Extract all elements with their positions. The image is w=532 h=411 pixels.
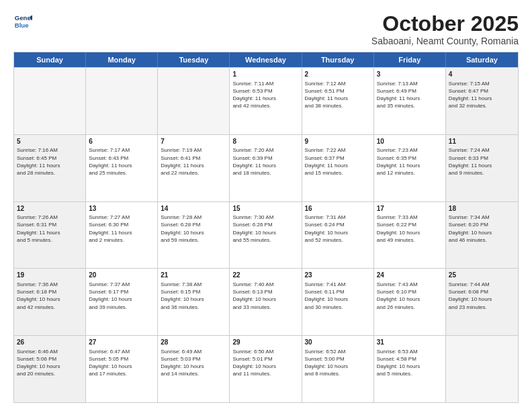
day-number: 7 bbox=[161, 137, 226, 146]
day-info: Sunrise: 7:28 AM Sunset: 6:28 PM Dayligh… bbox=[161, 214, 226, 244]
calendar-header-row: SundayMondayTuesdayWednesdayThursdayFrid… bbox=[14, 52, 518, 67]
day-number: 2 bbox=[305, 70, 371, 79]
day-info: Sunrise: 7:34 AM Sunset: 6:20 PM Dayligh… bbox=[449, 214, 515, 244]
calendar-day-31: 31Sunrise: 6:53 AM Sunset: 4:58 PM Dayli… bbox=[374, 336, 446, 402]
day-header-thursday: Thursday bbox=[302, 52, 374, 67]
svg-text:Blue: Blue bbox=[15, 21, 29, 29]
calendar-day-30: 30Sunrise: 6:52 AM Sunset: 5:00 PM Dayli… bbox=[302, 336, 374, 402]
day-header-wednesday: Wednesday bbox=[230, 52, 302, 67]
day-info: Sunrise: 7:15 AM Sunset: 6:47 PM Dayligh… bbox=[449, 80, 515, 110]
calendar-day-2: 2Sunrise: 7:12 AM Sunset: 6:51 PM Daylig… bbox=[302, 68, 374, 134]
day-info: Sunrise: 7:30 AM Sunset: 6:26 PM Dayligh… bbox=[232, 214, 298, 244]
day-info: Sunrise: 7:44 AM Sunset: 6:08 PM Dayligh… bbox=[449, 281, 515, 311]
day-info: Sunrise: 7:33 AM Sunset: 6:22 PM Dayligh… bbox=[377, 214, 443, 244]
day-info: Sunrise: 7:24 AM Sunset: 6:33 PM Dayligh… bbox=[449, 146, 515, 177]
day-info: Sunrise: 7:11 AM Sunset: 6:53 PM Dayligh… bbox=[232, 80, 298, 110]
calendar-week-1: 1Sunrise: 7:11 AM Sunset: 6:53 PM Daylig… bbox=[14, 67, 518, 134]
calendar-day-20: 20Sunrise: 7:37 AM Sunset: 6:17 PM Dayli… bbox=[86, 269, 158, 335]
day-info: Sunrise: 7:20 AM Sunset: 6:39 PM Dayligh… bbox=[232, 146, 298, 177]
calendar-day-19: 19Sunrise: 7:36 AM Sunset: 6:18 PM Dayli… bbox=[14, 269, 86, 335]
calendar-title: October 2025 bbox=[371, 12, 519, 36]
calendar-day-27: 27Sunrise: 6:47 AM Sunset: 5:05 PM Dayli… bbox=[86, 336, 158, 402]
day-number: 23 bbox=[305, 271, 371, 280]
day-header-tuesday: Tuesday bbox=[158, 52, 230, 67]
day-info: Sunrise: 7:26 AM Sunset: 6:31 PM Dayligh… bbox=[17, 214, 83, 244]
calendar-empty-cell bbox=[86, 68, 158, 134]
calendar-day-25: 25Sunrise: 7:44 AM Sunset: 6:08 PM Dayli… bbox=[446, 269, 518, 335]
day-info: Sunrise: 7:38 AM Sunset: 6:15 PM Dayligh… bbox=[161, 281, 226, 311]
day-info: Sunrise: 7:16 AM Sunset: 6:45 PM Dayligh… bbox=[17, 146, 83, 177]
calendar-day-1: 1Sunrise: 7:11 AM Sunset: 6:53 PM Daylig… bbox=[230, 68, 302, 134]
calendar-empty-cell bbox=[14, 68, 86, 134]
calendar-day-7: 7Sunrise: 7:19 AM Sunset: 6:41 PM Daylig… bbox=[158, 135, 230, 201]
day-number: 29 bbox=[232, 338, 298, 347]
day-info: Sunrise: 7:17 AM Sunset: 6:43 PM Dayligh… bbox=[89, 146, 154, 177]
day-info: Sunrise: 7:13 AM Sunset: 6:49 PM Dayligh… bbox=[377, 80, 443, 110]
calendar-week-2: 5Sunrise: 7:16 AM Sunset: 6:45 PM Daylig… bbox=[14, 134, 518, 201]
calendar-empty-cell bbox=[158, 68, 230, 134]
calendar-day-13: 13Sunrise: 7:27 AM Sunset: 6:30 PM Dayli… bbox=[86, 202, 158, 269]
calendar-day-18: 18Sunrise: 7:34 AM Sunset: 6:20 PM Dayli… bbox=[446, 202, 518, 269]
day-number: 5 bbox=[17, 137, 83, 146]
day-number: 22 bbox=[232, 271, 298, 280]
calendar-empty-cell bbox=[446, 336, 518, 402]
calendar-day-14: 14Sunrise: 7:28 AM Sunset: 6:28 PM Dayli… bbox=[158, 202, 230, 269]
calendar-day-9: 9Sunrise: 7:22 AM Sunset: 6:37 PM Daylig… bbox=[302, 135, 374, 201]
day-number: 10 bbox=[377, 137, 443, 146]
day-info: Sunrise: 7:43 AM Sunset: 6:10 PM Dayligh… bbox=[377, 281, 443, 311]
day-number: 3 bbox=[377, 70, 443, 79]
calendar-day-5: 5Sunrise: 7:16 AM Sunset: 6:45 PM Daylig… bbox=[14, 135, 86, 201]
day-header-sunday: Sunday bbox=[14, 52, 86, 67]
calendar-day-24: 24Sunrise: 7:43 AM Sunset: 6:10 PM Dayli… bbox=[374, 269, 446, 335]
title-block: October 2025 Sabaoani, Neamt County, Rom… bbox=[371, 12, 519, 46]
day-number: 18 bbox=[449, 204, 515, 214]
day-number: 11 bbox=[449, 137, 515, 146]
day-number: 21 bbox=[161, 271, 226, 280]
day-info: Sunrise: 6:50 AM Sunset: 5:01 PM Dayligh… bbox=[232, 348, 298, 378]
calendar-day-28: 28Sunrise: 6:49 AM Sunset: 5:03 PM Dayli… bbox=[158, 336, 230, 402]
day-info: Sunrise: 7:36 AM Sunset: 6:18 PM Dayligh… bbox=[17, 281, 83, 311]
day-number: 19 bbox=[17, 271, 83, 280]
page-header: General Blue October 2025 Sabaoani, Neam… bbox=[13, 12, 519, 46]
day-number: 27 bbox=[89, 338, 154, 347]
day-info: Sunrise: 7:31 AM Sunset: 6:24 PM Dayligh… bbox=[305, 214, 371, 244]
day-number: 4 bbox=[449, 70, 515, 79]
day-number: 8 bbox=[232, 137, 298, 146]
day-number: 30 bbox=[305, 338, 371, 347]
day-info: Sunrise: 7:40 AM Sunset: 6:13 PM Dayligh… bbox=[232, 281, 298, 311]
calendar-day-6: 6Sunrise: 7:17 AM Sunset: 6:43 PM Daylig… bbox=[86, 135, 158, 201]
day-info: Sunrise: 6:52 AM Sunset: 5:00 PM Dayligh… bbox=[305, 348, 371, 378]
day-header-saturday: Saturday bbox=[446, 52, 518, 67]
calendar-day-21: 21Sunrise: 7:38 AM Sunset: 6:15 PM Dayli… bbox=[158, 269, 230, 335]
calendar-week-3: 12Sunrise: 7:26 AM Sunset: 6:31 PM Dayli… bbox=[14, 201, 518, 269]
calendar-day-17: 17Sunrise: 7:33 AM Sunset: 6:22 PM Dayli… bbox=[374, 202, 446, 269]
day-number: 28 bbox=[161, 338, 226, 347]
calendar-day-10: 10Sunrise: 7:23 AM Sunset: 6:35 PM Dayli… bbox=[374, 135, 446, 201]
day-number: 17 bbox=[377, 204, 443, 214]
day-info: Sunrise: 7:22 AM Sunset: 6:37 PM Dayligh… bbox=[305, 146, 371, 177]
day-info: Sunrise: 7:23 AM Sunset: 6:35 PM Dayligh… bbox=[377, 146, 443, 177]
calendar-week-4: 19Sunrise: 7:36 AM Sunset: 6:18 PM Dayli… bbox=[14, 268, 518, 335]
calendar-day-22: 22Sunrise: 7:40 AM Sunset: 6:13 PM Dayli… bbox=[230, 269, 302, 335]
day-number: 15 bbox=[232, 204, 298, 214]
day-header-friday: Friday bbox=[374, 52, 446, 67]
svg-text:General: General bbox=[15, 14, 32, 21]
day-number: 25 bbox=[449, 271, 515, 280]
calendar-day-8: 8Sunrise: 7:20 AM Sunset: 6:39 PM Daylig… bbox=[230, 135, 302, 201]
day-number: 9 bbox=[305, 137, 371, 146]
day-info: Sunrise: 7:12 AM Sunset: 6:51 PM Dayligh… bbox=[305, 80, 371, 110]
day-number: 13 bbox=[89, 204, 154, 214]
day-info: Sunrise: 7:27 AM Sunset: 6:30 PM Dayligh… bbox=[89, 214, 154, 244]
logo-icon: General Blue bbox=[13, 12, 32, 31]
calendar-day-16: 16Sunrise: 7:31 AM Sunset: 6:24 PM Dayli… bbox=[302, 202, 374, 269]
day-number: 26 bbox=[17, 338, 83, 347]
day-info: Sunrise: 7:19 AM Sunset: 6:41 PM Dayligh… bbox=[161, 146, 226, 177]
day-number: 1 bbox=[232, 70, 298, 79]
day-number: 20 bbox=[89, 271, 154, 280]
day-number: 14 bbox=[161, 204, 226, 214]
calendar-subtitle: Sabaoani, Neamt County, Romania bbox=[371, 36, 519, 46]
day-number: 24 bbox=[377, 271, 443, 280]
calendar-day-3: 3Sunrise: 7:13 AM Sunset: 6:49 PM Daylig… bbox=[374, 68, 446, 134]
day-info: Sunrise: 7:41 AM Sunset: 6:11 PM Dayligh… bbox=[305, 281, 371, 311]
day-info: Sunrise: 7:37 AM Sunset: 6:17 PM Dayligh… bbox=[89, 281, 154, 311]
